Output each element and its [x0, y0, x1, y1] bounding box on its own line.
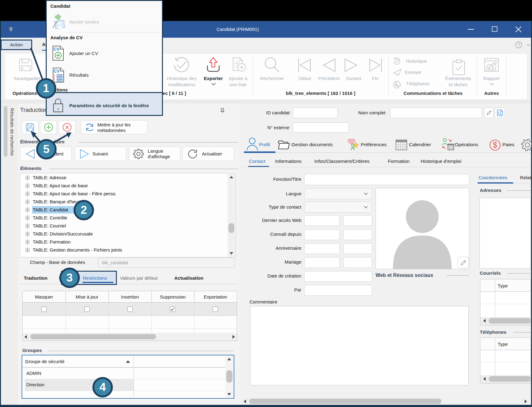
svg-text:$: $	[493, 141, 497, 149]
svg-text:CV: CV	[53, 47, 60, 52]
svg-text:CV: CV	[54, 69, 60, 74]
svg-text:?: ?	[517, 42, 520, 47]
